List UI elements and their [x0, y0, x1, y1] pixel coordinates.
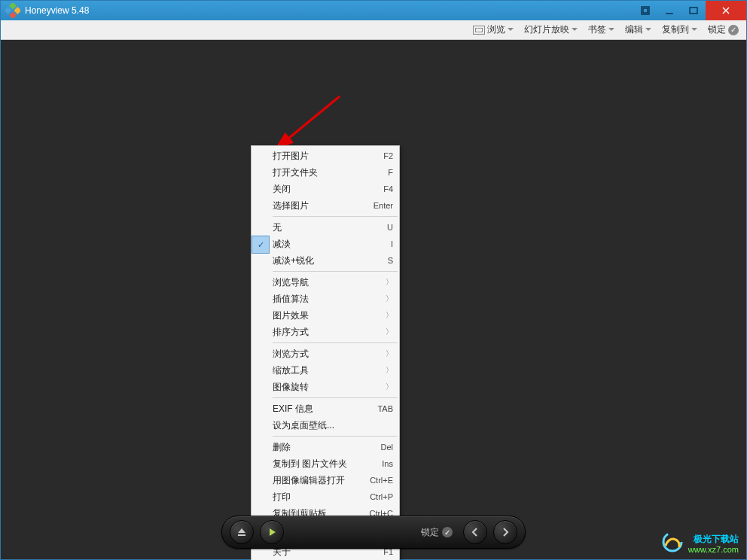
- menu-item[interactable]: 设为桌面壁纸...: [252, 417, 399, 434]
- menu-item[interactable]: 缩放工具〉: [252, 362, 399, 379]
- close-button[interactable]: [706, 1, 746, 20]
- image-viewport[interactable]: 打开图片F2打开文件夹F关闭F4选择图片Enter无U减淡I减淡+锐化S浏览导航…: [1, 40, 746, 559]
- chevron-right-icon: 〉: [386, 382, 393, 392]
- chevron-right-icon: 〉: [386, 348, 393, 359]
- menu-item-shortcut: F: [388, 168, 393, 177]
- menu-item[interactable]: EXIF 信息TAB: [252, 400, 399, 417]
- toolbar-label: 书签: [588, 23, 606, 36]
- toolbar-fit-view[interactable]: 浏览: [470, 22, 517, 38]
- menu-item-shortcut: F2: [383, 151, 393, 160]
- prev-button[interactable]: [463, 520, 487, 544]
- fit-icon: [473, 26, 485, 35]
- minimize-button[interactable]: [657, 1, 681, 20]
- watermark-line2: www.xz7.com: [688, 544, 739, 555]
- menu-item-label: 打开文件夹: [273, 166, 388, 179]
- menu-item[interactable]: 打开图片F2: [252, 148, 399, 164]
- menu-item-label: 用图像编辑器打开: [273, 474, 370, 487]
- menu-separator: [273, 271, 398, 272]
- maximize-button[interactable]: [681, 1, 706, 20]
- menu-item[interactable]: 减淡+锐化S: [252, 252, 399, 269]
- chevron-right-icon: 〉: [386, 294, 393, 304]
- chevron-right-icon: 〉: [386, 277, 393, 288]
- eject-button[interactable]: [230, 520, 254, 544]
- menu-item[interactable]: 打印Ctrl+P: [252, 488, 399, 505]
- chevron-down-icon: [508, 28, 514, 34]
- svg-point-11: [663, 533, 681, 551]
- menu-item-label: 无: [273, 221, 387, 234]
- menu-item-label: 打开图片: [273, 150, 383, 163]
- menu-item-label: 减淡+锐化: [273, 254, 388, 267]
- toolbar-label: 幻灯片放映: [524, 23, 569, 36]
- menu-separator: [273, 397, 398, 398]
- lock-toggle[interactable]: 锁定: [416, 526, 457, 539]
- menu-separator: [273, 342, 398, 343]
- menu-item-label: 图片效果: [273, 309, 386, 322]
- menu-item[interactable]: 图像旋转〉: [252, 379, 399, 395]
- menu-item[interactable]: 浏览方式〉: [252, 345, 399, 362]
- menu-item-shortcut: Enter: [374, 201, 393, 210]
- menu-item-label: 删除: [273, 441, 380, 454]
- menu-item-shortcut: Ins: [382, 459, 393, 468]
- menu-item[interactable]: 图片效果〉: [252, 307, 399, 324]
- toolbar-lock[interactable]: 锁定: [705, 22, 742, 38]
- menu-item-shortcut: TAB: [377, 404, 393, 413]
- lock-check-icon: [728, 25, 739, 35]
- menu-item[interactable]: 排序方式〉: [252, 324, 399, 340]
- toolbar-bookmarks[interactable]: 书签: [585, 22, 617, 38]
- play-button[interactable]: [260, 520, 284, 544]
- toolbar-edit[interactable]: 编辑: [622, 22, 654, 38]
- menu-item-label: 插值算法: [273, 293, 386, 306]
- menu-item-label: 设为桌面壁纸...: [273, 419, 393, 432]
- toolbar-label: 锁定: [708, 23, 726, 36]
- menu-item-label: 打印: [273, 491, 370, 504]
- watermark-logo-icon: [660, 529, 685, 555]
- svg-line-10: [276, 96, 340, 149]
- chevron-down-icon: [645, 28, 651, 34]
- menu-item-label: 复制到 图片文件夹: [273, 458, 382, 470]
- toolbar-copy-to[interactable]: 复制到: [659, 22, 700, 38]
- menu-item[interactable]: 复制到 图片文件夹Ins: [252, 455, 399, 472]
- menu-item-shortcut: F4: [383, 184, 393, 193]
- svg-rect-5: [643, 8, 648, 13]
- menu-item[interactable]: 减淡I: [252, 236, 399, 252]
- toolbar: 浏览幻灯片放映书签编辑复制到锁定: [1, 20, 746, 40]
- svg-rect-3: [9, 11, 17, 18]
- app-logo-icon: [5, 3, 20, 18]
- toolbar-slideshow[interactable]: 幻灯片放映: [521, 22, 581, 38]
- menu-item-shortcut: Ctrl+E: [370, 476, 393, 485]
- menu-item-shortcut: I: [391, 239, 393, 248]
- bottom-control-bar: 锁定: [221, 516, 526, 549]
- menu-item[interactable]: 浏览导航〉: [252, 274, 399, 291]
- chevron-down-icon: [608, 28, 614, 34]
- menu-item[interactable]: 用图像编辑器打开Ctrl+E: [252, 472, 399, 488]
- next-button[interactable]: [493, 520, 517, 544]
- toolbar-label: 编辑: [625, 23, 643, 36]
- menu-item-label: 浏览导航: [273, 276, 386, 289]
- menu-item-shortcut: Del: [380, 443, 393, 452]
- menu-item-shortcut: Ctrl+P: [370, 492, 393, 501]
- menu-item-label: 缩放工具: [273, 364, 386, 377]
- app-window: Honeyview 5.48 浏览幻灯片放映书签编辑复制到锁定 打开图片F2打开…: [0, 0, 747, 560]
- menu-item[interactable]: 关闭F4: [252, 181, 399, 197]
- menu-item[interactable]: 打开文件夹F: [252, 164, 399, 181]
- menu-item[interactable]: 无U: [252, 219, 399, 236]
- titlebar: Honeyview 5.48: [1, 1, 746, 20]
- menu-item-label: 浏览方式: [273, 348, 386, 361]
- chevron-right-icon: 〉: [386, 365, 393, 376]
- chevron-down-icon: [691, 28, 697, 34]
- menu-item-label: EXIF 信息: [273, 403, 377, 415]
- menu-item-label: 图像旋转: [273, 381, 386, 394]
- window-controls: [633, 1, 746, 20]
- lock-check-icon: [442, 527, 453, 537]
- menu-item-label: 排序方式: [273, 326, 386, 339]
- lock-label: 锁定: [421, 526, 439, 539]
- menu-item[interactable]: 删除Del: [252, 439, 399, 455]
- menu-item[interactable]: 选择图片Enter: [252, 197, 399, 214]
- menu-item[interactable]: 插值算法〉: [252, 291, 399, 307]
- window-title: Honeyview 5.48: [25, 5, 633, 16]
- menu-item-label: 减淡: [273, 238, 391, 251]
- menu-separator: [273, 436, 398, 437]
- toolbar-label: 浏览: [487, 23, 505, 36]
- fullscreen-button[interactable]: [633, 1, 657, 20]
- svg-rect-7: [690, 8, 697, 14]
